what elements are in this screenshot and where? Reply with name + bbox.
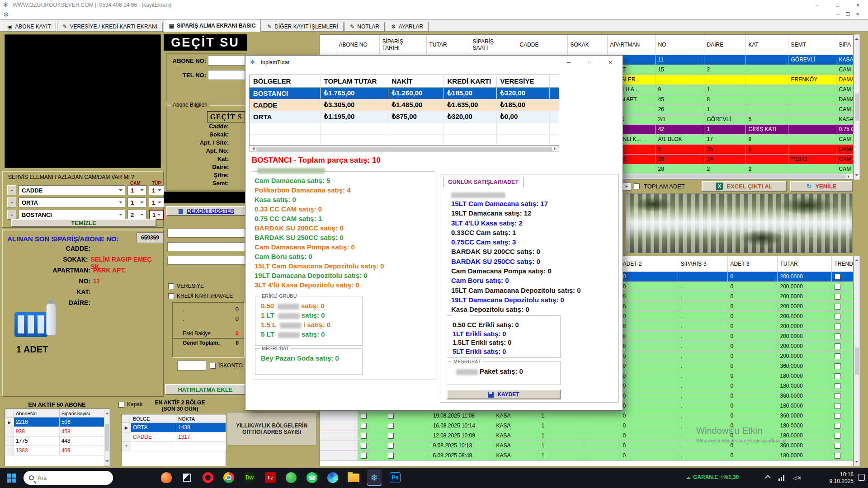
active50-row[interactable]: ▶ 2216506 [5,418,110,427]
region-total-row[interactable] [250,134,559,145]
excel-cikti-al-button[interactable]: X EXCEL ÇIKTI AL [702,181,787,192]
start-button[interactable] [5,471,18,485]
orders-column-header[interactable] [320,35,336,55]
orders-column-header[interactable]: ABONE NO [336,35,379,55]
trendyol-checkbox[interactable] [835,453,840,459]
tab-abone-kayit[interactable]: ▣ ABONE KAYIT [2,22,56,32]
filezilla-icon[interactable]: Fz [263,469,278,486]
tab-veresiye[interactable]: ✎ VERESİYE / KREDİ KARTI EKRANI [57,22,162,32]
row-checkbox[interactable] [388,433,394,439]
task-view-icon[interactable] [180,469,194,486]
history-vscrollbar[interactable] [854,256,860,466]
whatsapp-icon[interactable]: ☎ [305,469,319,486]
network-icon[interactable] [778,475,784,481]
orders-column-header[interactable]: APARTMAN [607,35,655,55]
minimize-button[interactable]: ─ [807,0,827,10]
opera-icon[interactable] [201,469,215,486]
order-input-2[interactable] [167,242,245,251]
history-column-header[interactable]: TUTAR [777,256,831,272]
col-aboneno[interactable]: AboneNo [14,409,59,418]
trendyol-checkbox[interactable] [835,433,840,439]
trendyol-checkbox[interactable] [835,304,840,310]
zone-select[interactable]: ORTA [19,197,125,207]
trendyol-checkbox[interactable] [835,403,840,409]
orders-column-header[interactable]: SİPARİŞ SAATİ [470,35,517,55]
orders-column-header[interactable]: SEMT [788,35,836,55]
row-checkbox[interactable] [361,443,367,449]
trendyol-checkbox[interactable] [835,373,840,379]
stock-ticker[interactable]: GARAN.E +%1,30 [686,474,739,480]
trendyol-checkbox[interactable] [835,274,840,280]
orders-column-header[interactable]: NO [655,35,704,55]
totals-column-header[interactable]: NAKİT [388,75,443,87]
chrome-icon[interactable] [222,469,236,486]
tup-count-select[interactable]: 1 [149,210,164,220]
totals-column-header[interactable]: KREDİ KARTI [443,75,496,87]
history-column-header[interactable]: TRENDYOL [831,256,853,272]
history-row[interactable]: 6.08.2025 08:48KASA1 0.0180,0000 [320,450,853,460]
dreamweaver-icon[interactable]: Dw [242,469,257,486]
col-nokta[interactable]: NOKTA [176,415,226,423]
trendyol-checkbox[interactable] [835,363,840,369]
trendyol-checkbox[interactable] [835,284,840,290]
page-size-select[interactable] [622,183,631,191]
toplam-adet-checkbox[interactable] [634,183,640,189]
green-app-icon[interactable] [284,469,298,486]
history-column-header[interactable]: SİPARİŞ-3 [678,256,727,272]
tab-notlar[interactable]: ✎ NOTLAR [344,22,385,32]
order-input-1[interactable] [167,229,245,238]
veresiye-checkbox[interactable] [168,283,174,289]
kapali-checkbox[interactable] [118,402,124,408]
active2-row[interactable]: CADDE1317 [122,432,226,442]
notification-center-icon[interactable] [858,474,865,481]
zone-select[interactable]: CADDE [19,185,125,195]
region-total-row[interactable]: CADDE₺3.305,00₺1.485,00 ₺1.635,00₺185,00 [250,99,559,111]
remove-zone-button[interactable]: - [7,185,16,195]
folder-icon[interactable] [346,469,361,486]
iskonto-input[interactable] [177,361,206,371]
dialog-close-button[interactable]: ✕ [600,56,621,69]
orders-vscrollbar[interactable] [854,34,860,180]
dialog-maximize-button[interactable]: □ [579,56,600,69]
active50-row[interactable]: ▶ 1383409 [5,446,110,455]
kredi-checkbox[interactable] [168,293,174,299]
tab-siparis-alma[interactable]: ▤ SİPARİŞ ALMA EKRANI BASIC [164,20,261,32]
remove-zone-button[interactable]: - [7,197,16,207]
gecit-su-app-icon[interactable]: ❄ [367,469,382,486]
totals-column-header[interactable]: BÖLGELER [250,75,320,87]
tab-ayarlar[interactable]: ⚙ AYARLAR [386,22,429,32]
orders-column-header[interactable]: DAİRE [704,35,745,55]
octopus-app-icon[interactable] [159,469,174,486]
child-minimize-button[interactable]: ─ [834,10,842,18]
toplam-adet-checkbox-row[interactable] [634,183,640,189]
edge-icon[interactable] [326,469,340,486]
trendyol-checkbox[interactable] [835,393,840,399]
cam-count-select[interactable]: 1 [127,197,146,207]
totals-column-header[interactable]: VERESİYE [496,75,549,87]
tup-count-select[interactable]: 1 [149,185,164,195]
orders-column-header[interactable]: SİPARİŞ TARİHİ [379,35,426,55]
tray-expand-icon[interactable] [765,475,771,481]
trendyol-checkbox[interactable] [835,294,840,300]
dialog-minimize-button[interactable]: ─ [558,56,579,69]
daily-sales-tab[interactable]: GÜNLÜK SATIŞLAR/ADET [443,177,524,188]
cam-count-select[interactable]: 2 [127,210,146,220]
orders-column-header[interactable]: SİPA [836,35,853,55]
history-row[interactable]: 19.08.2025 11:08KASA1 0.0360,0000 [320,411,853,421]
veresiye-checkbox-row[interactable]: VERESİYE [168,283,204,289]
row-checkbox[interactable] [388,453,394,459]
child-close-button[interactable]: ✕ [854,10,862,18]
search-input[interactable] [38,474,96,481]
row-checkbox[interactable] [361,423,367,429]
volume-muted-icon[interactable]: ◁✕ [793,475,802,481]
trendyol-checkbox[interactable] [835,383,840,389]
region-total-row[interactable] [250,122,559,134]
yenile-button[interactable]: ↻ YENİLE [790,181,853,192]
row-checkbox[interactable] [388,423,394,429]
trendyol-checkbox[interactable] [835,343,840,349]
history-column-header[interactable]: ADET-3 [727,256,777,272]
trendyol-checkbox[interactable] [835,324,840,329]
orders-column-header[interactable]: TUTAR [426,35,470,55]
dekont-goster-button[interactable]: ▤ DEKONT GÖSTER [166,206,246,216]
row-checkbox[interactable] [361,413,367,419]
